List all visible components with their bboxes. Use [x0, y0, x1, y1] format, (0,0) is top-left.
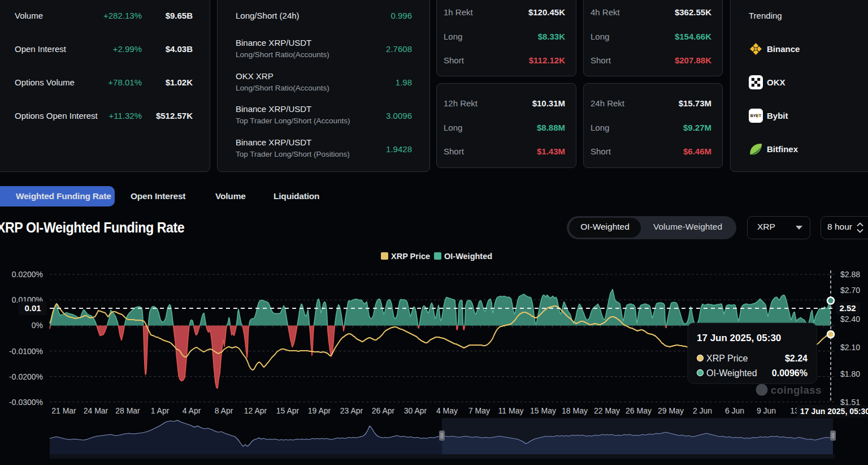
svg-text:15 May: 15 May	[530, 406, 556, 415]
svg-text:XRP Price: XRP Price	[391, 252, 430, 261]
svg-text:$2.24: $2.24	[785, 354, 808, 363]
svg-text:$1.80: $1.80	[840, 369, 860, 378]
svg-text:0.0096%: 0.0096%	[772, 368, 808, 378]
svg-text:29 May: 29 May	[658, 406, 684, 415]
svg-text:0.01: 0.01	[24, 303, 41, 313]
svg-text:28 Mar: 28 Mar	[115, 406, 140, 415]
svg-text:2.52: 2.52	[839, 303, 856, 313]
svg-text:19 Apr: 19 Apr	[308, 406, 331, 415]
svg-text:OI-Weighted: OI-Weighted	[706, 368, 757, 378]
svg-text:-0.0100%: -0.0100%	[9, 347, 43, 356]
svg-text:0%: 0%	[32, 321, 43, 330]
svg-text:$2.88: $2.88	[840, 270, 860, 279]
svg-text:OI-Weighted: OI-Weighted	[444, 252, 492, 261]
svg-text:9 Jun: 9 Jun	[757, 406, 776, 415]
svg-text:21 Mar: 21 Mar	[51, 406, 76, 415]
svg-text:6 Jun: 6 Jun	[725, 406, 744, 415]
svg-text:0.0200%: 0.0200%	[12, 270, 43, 279]
svg-text:23 Apr: 23 Apr	[340, 406, 363, 415]
svg-text:18 May: 18 May	[562, 406, 588, 415]
svg-text:26 May: 26 May	[626, 406, 652, 415]
svg-text:17 Jun 2025, 05:30: 17 Jun 2025, 05:30	[697, 333, 781, 343]
svg-text:24 Mar: 24 Mar	[84, 406, 108, 415]
svg-text:30 Apr: 30 Apr	[404, 406, 427, 415]
svg-text:$2.10: $2.10	[840, 343, 860, 352]
svg-text:4 May: 4 May	[436, 406, 458, 415]
svg-text:15 Apr: 15 Apr	[276, 406, 300, 415]
svg-text:12 Apr: 12 Apr	[244, 406, 267, 415]
svg-text:26 Apr: 26 Apr	[372, 406, 395, 415]
svg-text:XRP Price: XRP Price	[706, 354, 748, 363]
svg-text:$2.70: $2.70	[840, 286, 860, 295]
svg-text:2 Jun: 2 Jun	[693, 406, 712, 415]
svg-text:22 May: 22 May	[594, 406, 620, 415]
svg-text:$2.40: $2.40	[840, 315, 860, 324]
svg-text:-0.0300%: -0.0300%	[9, 398, 43, 407]
svg-text:1 Apr: 1 Apr	[151, 406, 170, 415]
svg-text:11 May: 11 May	[498, 406, 524, 415]
svg-text:8 Apr: 8 Apr	[215, 406, 233, 415]
svg-text:17 Jun 2025, 05:30: 17 Jun 2025, 05:30	[800, 407, 868, 416]
svg-text:coinglass: coinglass	[771, 384, 822, 396]
svg-text:-0.0200%: -0.0200%	[9, 372, 43, 381]
svg-text:7 May: 7 May	[468, 406, 490, 415]
svg-text:4 Apr: 4 Apr	[183, 406, 201, 415]
